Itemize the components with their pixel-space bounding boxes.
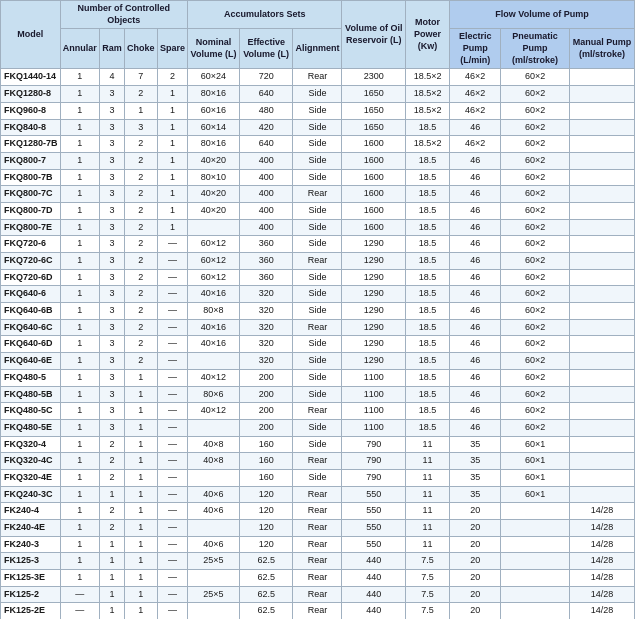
table-cell: FK240-3 — [1, 536, 61, 553]
table-cell: 18.5 — [406, 419, 450, 436]
table-cell: 3 — [100, 152, 125, 169]
table-cell: 440 — [342, 586, 406, 603]
table-cell: 80×10 — [188, 169, 240, 186]
table-cell: 46 — [450, 386, 501, 403]
table-cell: FKQ800-7D — [1, 202, 61, 219]
table-cell: 11 — [406, 436, 450, 453]
oil-reservoir-header: Volume of Oil Reservoir (L) — [342, 1, 406, 69]
table-cell: Side — [293, 303, 342, 320]
table-cell: 46 — [450, 369, 501, 386]
table-cell: 1 — [60, 303, 100, 320]
table-cell: 18.5 — [406, 186, 450, 203]
table-cell: 400 — [239, 152, 293, 169]
electric-pump-header: Electric Pump (L/min) — [450, 29, 501, 69]
table-cell: 2 — [124, 202, 157, 219]
table-cell — [569, 386, 634, 403]
table-cell: 1 — [60, 152, 100, 169]
table-cell: Rear — [293, 486, 342, 503]
table-cell: 46 — [450, 336, 501, 353]
table-cell — [569, 202, 634, 219]
table-cell: 360 — [239, 236, 293, 253]
table-cell: 3 — [100, 336, 125, 353]
table-cell: 18.5 — [406, 236, 450, 253]
table-cell: 1 — [124, 586, 157, 603]
table-cell: 60×2 — [501, 253, 569, 270]
table-cell: 60×2 — [501, 286, 569, 303]
table-cell: 46 — [450, 219, 501, 236]
table-cell: 46 — [450, 353, 501, 370]
table-cell: 40×12 — [188, 369, 240, 386]
table-cell: 1600 — [342, 202, 406, 219]
table-cell: 20 — [450, 536, 501, 553]
table-cell: 60×2 — [501, 336, 569, 353]
table-cell: 20 — [450, 570, 501, 587]
table-cell: 1 — [60, 86, 100, 103]
table-cell: 46×2 — [450, 69, 501, 86]
data-table: Model Number of Controlled Objects Accum… — [0, 0, 635, 619]
table-cell: 1 — [60, 570, 100, 587]
table-cell: 1 — [100, 536, 125, 553]
table-cell: 46 — [450, 303, 501, 320]
table-cell: 46 — [450, 253, 501, 270]
table-cell — [569, 303, 634, 320]
table-cell: 320 — [239, 286, 293, 303]
table-cell: 18.5 — [406, 253, 450, 270]
table-cell: 18.5 — [406, 369, 450, 386]
table-cell: 18.5 — [406, 303, 450, 320]
table-cell: Rear — [293, 403, 342, 420]
table-cell: 62.5 — [239, 570, 293, 587]
table-cell: 1 — [60, 169, 100, 186]
table-cell: Rear — [293, 520, 342, 537]
table-cell: 35 — [450, 436, 501, 453]
ram-header: Ram — [100, 29, 125, 69]
table-cell — [569, 353, 634, 370]
table-row: FKQ240-3C111—40×6120Rear550113560×1 — [1, 486, 635, 503]
table-cell: 3 — [100, 353, 125, 370]
table-cell: 46 — [450, 286, 501, 303]
table-cell: 1290 — [342, 286, 406, 303]
table-cell: 440 — [342, 553, 406, 570]
table-row: FK240-4E121—120Rear550112014/28 — [1, 520, 635, 537]
table-cell: 18.5 — [406, 169, 450, 186]
table-cell: 18.5 — [406, 219, 450, 236]
table-cell: FKQ720-6C — [1, 253, 61, 270]
table-cell: 120 — [239, 486, 293, 503]
table-cell: 3 — [100, 202, 125, 219]
table-cell: 200 — [239, 369, 293, 386]
table-cell: 1 — [100, 570, 125, 587]
table-cell: — — [60, 603, 100, 619]
table-cell — [569, 436, 634, 453]
table-cell — [569, 236, 634, 253]
table-cell: Side — [293, 86, 342, 103]
table-cell: 1 — [60, 186, 100, 203]
table-row: FKQ480-5E131—200Side110018.54660×2 — [1, 419, 635, 436]
table-cell: Rear — [293, 603, 342, 619]
table-cell: 1 — [60, 236, 100, 253]
table-cell: 40×8 — [188, 436, 240, 453]
table-cell: 11 — [406, 503, 450, 520]
table-cell: 1 — [157, 219, 187, 236]
table-cell: 2 — [124, 336, 157, 353]
table-cell: Rear — [293, 570, 342, 587]
table-cell: 14/28 — [569, 570, 634, 587]
table-row: FKQ1280-8132180×16640Side165018.5×246×26… — [1, 86, 635, 103]
table-cell: Side — [293, 386, 342, 403]
table-cell — [569, 403, 634, 420]
table-cell: FKQ640-6D — [1, 336, 61, 353]
table-cell: 18.5×2 — [406, 69, 450, 86]
table-cell: 1100 — [342, 419, 406, 436]
table-row: FKQ960-8131160×16480Side165018.5×246×260… — [1, 102, 635, 119]
table-cell: Side — [293, 119, 342, 136]
effective-volume-header: Effective Volume (L) — [239, 29, 293, 69]
table-cell: 80×6 — [188, 386, 240, 403]
table-cell — [188, 469, 240, 486]
table-row: FKQ1280-7B132180×16640Side160018.5×246×2… — [1, 136, 635, 153]
table-cell — [569, 119, 634, 136]
table-cell: 1 — [124, 469, 157, 486]
table-cell — [569, 486, 634, 503]
table-cell: 46 — [450, 403, 501, 420]
table-cell: 2 — [124, 319, 157, 336]
table-cell: 1 — [124, 486, 157, 503]
table-cell: 1 — [124, 570, 157, 587]
table-cell: 20 — [450, 586, 501, 603]
